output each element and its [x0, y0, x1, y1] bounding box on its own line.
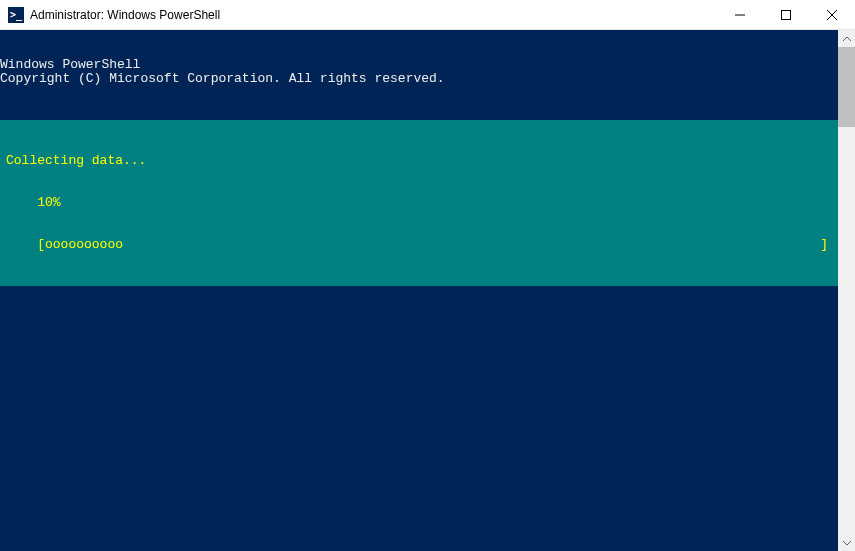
vertical-scrollbar[interactable] [838, 30, 855, 551]
powershell-icon: >_ [8, 7, 24, 23]
terminal-banner: Windows PowerShell Copyright (C) Microso… [0, 58, 838, 86]
minimize-button[interactable] [717, 0, 763, 30]
scroll-track[interactable] [838, 47, 855, 534]
scroll-up-button[interactable] [838, 30, 855, 47]
progress-bar-close: ] [820, 238, 832, 252]
chevron-down-icon [843, 539, 851, 547]
minimize-icon [735, 10, 745, 20]
titlebar[interactable]: >_ Administrator: Windows PowerShell [0, 0, 855, 30]
chevron-up-icon [843, 35, 851, 43]
progress-bar-open: [ [6, 238, 45, 252]
window-title: Administrator: Windows PowerShell [30, 8, 220, 22]
banner-line-2: Copyright (C) Microsoft Corporation. All… [0, 71, 445, 86]
terminal[interactable]: Windows PowerShell Copyright (C) Microso… [0, 30, 838, 551]
close-button[interactable] [809, 0, 855, 30]
banner-line-1: Windows PowerShell [0, 57, 140, 72]
progress-status: Collecting data... [0, 154, 838, 168]
progress-bar: [oooooooooo] [0, 238, 838, 252]
content-area: Windows PowerShell Copyright (C) Microso… [0, 30, 855, 551]
close-icon [827, 10, 837, 20]
progress-bar-fill: oooooooooo [45, 238, 123, 252]
scroll-down-button[interactable] [838, 534, 855, 551]
maximize-button[interactable] [763, 0, 809, 30]
progress-panel: Collecting data... 10% [oooooooooo] [0, 120, 838, 286]
window-controls [717, 0, 855, 30]
progress-percent: 10% [0, 196, 838, 210]
scroll-thumb[interactable] [838, 47, 855, 127]
svg-rect-1 [782, 10, 791, 19]
progress-bar-gap [123, 238, 820, 252]
maximize-icon [781, 10, 791, 20]
